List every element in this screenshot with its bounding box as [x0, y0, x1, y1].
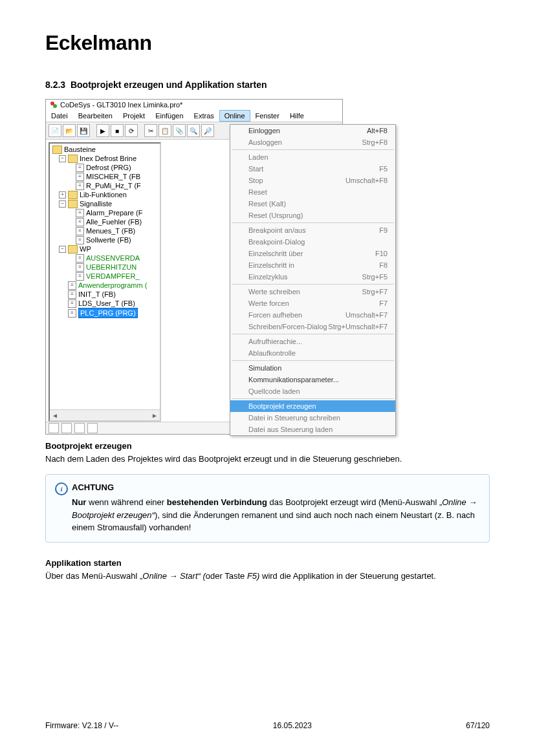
- status-tab-icon[interactable]: [74, 423, 85, 433]
- menu-item[interactable]: EinloggenAlt+F8: [230, 125, 395, 136]
- menu-item-shortcut: Strg+F5: [362, 273, 388, 281]
- toolbar-button[interactable]: ■: [111, 124, 124, 137]
- folder-icon: [52, 146, 62, 154]
- callout-body: Nur wenn während einer bestehenden Verbi…: [72, 496, 480, 534]
- menu-separator: [232, 222, 394, 223]
- menu-item-shortcut: F8: [379, 261, 388, 269]
- tree-expand-icon[interactable]: −: [59, 155, 66, 162]
- menu-item-label: Werte forcen: [248, 299, 289, 307]
- tree-node[interactable]: −Inex Defrost Brine: [51, 154, 160, 163]
- menu-item: Laden: [230, 151, 395, 163]
- menu-item[interactable]: Simulation: [230, 362, 395, 374]
- toolbar-button[interactable]: ▶: [96, 124, 109, 137]
- menu-item: EinzelzyklusStrg+F5: [230, 271, 395, 283]
- toolbar-button[interactable]: ✂: [144, 124, 157, 137]
- toolbar-button[interactable]: 📂: [63, 124, 76, 137]
- tree-node[interactable]: ≡PLC_PRG (PRG): [51, 308, 160, 318]
- status-tab-icon[interactable]: [49, 423, 59, 433]
- tree-node[interactable]: ≡Menues_T (FB): [51, 226, 160, 235]
- tree-node[interactable]: ≡Alle_Fuehler (FB): [51, 217, 160, 226]
- menu-item: Quellcode laden: [230, 385, 395, 397]
- tree-node-label: Menues_T (FB): [86, 226, 135, 235]
- footer-page: 67/120: [466, 721, 490, 730]
- paragraph-text: wird die Applikation in der Steuerung ge…: [259, 571, 435, 581]
- paragraph-italic: Online → Start“ (: [142, 571, 206, 581]
- status-tab-icon[interactable]: [61, 423, 72, 433]
- horizontal-scrollbar[interactable]: ◄ ►: [50, 409, 160, 420]
- tree-node[interactable]: ≡AUSSENVERDA: [51, 254, 160, 263]
- callout-bold: bestehenden Verbindung: [167, 497, 267, 507]
- toolbar-button[interactable]: 🔍: [187, 124, 200, 137]
- menu-item-label: Einzelzyklus: [248, 273, 288, 281]
- tree-node[interactable]: ≡Defrost (PRG): [51, 163, 160, 172]
- menu-item-label: Quellcode laden: [248, 387, 300, 395]
- menu-separator: [232, 360, 394, 361]
- toolbar-button[interactable]: 📄: [49, 124, 61, 137]
- tree-expand-icon[interactable]: −: [59, 200, 66, 208]
- tree-node[interactable]: −Signalliste: [51, 199, 160, 208]
- attention-callout: i ACHTUNG Nur wenn während einer bestehe…: [45, 474, 490, 543]
- menu-item-label: Einzelschritt über: [248, 250, 303, 257]
- menu-item-label: Schreiben/Forcen-Dialog: [248, 323, 327, 330]
- toolbar-button[interactable]: 📋: [158, 124, 171, 137]
- tree-expand-icon[interactable]: −: [59, 246, 66, 253]
- menu-online[interactable]: Online: [219, 110, 250, 122]
- menu-item[interactable]: Bootprojekt erzeugen: [230, 400, 395, 412]
- project-tree[interactable]: Bausteine −Inex Defrost Brine≡Defrost (P…: [49, 142, 161, 422]
- menu-item-label: Ausloggen: [248, 138, 282, 146]
- tree-node[interactable]: +Lib-Funktionen: [51, 190, 160, 199]
- section-number: 8.2.3: [45, 80, 65, 90]
- toolbar-button[interactable]: 📎: [173, 124, 186, 137]
- menu-item: Reset: [230, 186, 395, 198]
- tree-expand-icon[interactable]: +: [59, 191, 66, 199]
- tree-node[interactable]: ≡Alarm_Prepare (F: [51, 208, 160, 217]
- online-menu-dropdown: EinloggenAlt+F8AusloggenStrg+F8LadenStar…: [230, 124, 396, 436]
- tree-node[interactable]: ≡LDS_User_T (FB): [51, 299, 160, 308]
- toolbar-button[interactable]: 🔎: [201, 124, 214, 137]
- document-icon: ≡: [68, 309, 76, 318]
- toolbar-button[interactable]: ⟳: [125, 124, 138, 137]
- menu-item: Datei in Steuerung schreiben: [230, 412, 395, 424]
- menu-extras[interactable]: Extras: [189, 110, 219, 122]
- menu-item-shortcut: Umschalt+F8: [345, 177, 388, 184]
- menu-projekt[interactable]: Projekt: [118, 110, 150, 122]
- tree-node-label: PLC_PRG (PRG): [78, 308, 138, 318]
- menu-item-label: Bootprojekt erzeugen: [248, 402, 316, 410]
- tree-node-label: Defrost (PRG): [86, 163, 131, 172]
- menu-item-label: Datei in Steuerung schreiben: [248, 414, 340, 422]
- menu-item: AusloggenStrg+F8: [230, 136, 395, 148]
- tree-node[interactable]: ≡Sollwerte (FB): [51, 235, 160, 244]
- toolbar-button[interactable]: 💾: [77, 124, 90, 137]
- menu-separator: [232, 149, 394, 150]
- tree-node[interactable]: ≡VERDAMPFER_: [51, 272, 160, 281]
- menu-bearbeiten[interactable]: Bearbeiten: [73, 110, 118, 122]
- menu-einfuegen[interactable]: Einfügen: [150, 110, 188, 122]
- menu-item[interactable]: Kommunikationsparameter...: [230, 374, 395, 385]
- menu-item-label: Reset (Kalt): [248, 200, 286, 208]
- tree-node-label: MISCHER_T (FB: [86, 172, 140, 181]
- tree-node[interactable]: ≡Anwenderprogramm (: [51, 281, 160, 290]
- menu-fenster[interactable]: Fenster: [250, 110, 285, 122]
- tree-node-label: UEBERHITZUN: [86, 263, 136, 272]
- status-tab-icon[interactable]: [87, 423, 98, 433]
- tree-node[interactable]: ≡MISCHER_T (FB: [51, 172, 160, 181]
- menu-item-label: Reset: [248, 188, 267, 196]
- paragraph: Über das Menü-Auswahl „Online → Start“ (…: [45, 570, 490, 582]
- menu-item: Schreiben/Forcen-DialogStrg+Umschalt+F7: [230, 321, 395, 332]
- tree-node-label: Alle_Fuehler (FB): [86, 217, 142, 226]
- tree-node[interactable]: ≡INIT_T (FB): [51, 290, 160, 299]
- page-footer: Firmware: V2.18 / V-- 16.05.2023 67/120: [45, 721, 490, 730]
- menu-datei[interactable]: Datei: [46, 110, 73, 122]
- callout-text: das Bootprojekt erzeugt wird (Menü-Auswa…: [267, 497, 442, 507]
- tree-node[interactable]: ≡R_PuMi_Hz_T (F: [51, 181, 160, 190]
- menu-hilfe[interactable]: Hilfe: [285, 110, 309, 122]
- scroll-right-icon[interactable]: ►: [149, 412, 160, 419]
- scroll-left-icon[interactable]: ◄: [50, 412, 60, 419]
- menu-item-shortcut: F9: [379, 226, 388, 234]
- menu-item: Ablaufkontrolle: [230, 347, 395, 359]
- tree-node[interactable]: −WP: [51, 244, 160, 254]
- tree-node[interactable]: ≡UEBERHITZUN: [51, 263, 160, 272]
- menu-item-label: Werte schreiben: [248, 288, 300, 296]
- menu-separator: [232, 284, 394, 285]
- menu-item-label: Start: [248, 165, 263, 173]
